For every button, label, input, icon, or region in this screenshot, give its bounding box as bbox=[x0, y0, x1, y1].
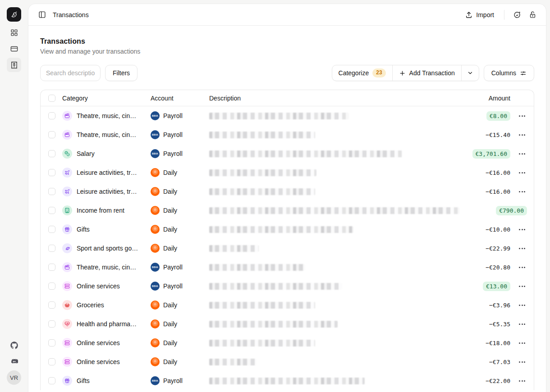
amount-cell: €3,701.60 bbox=[443, 149, 510, 159]
account-label: Daily bbox=[163, 320, 177, 328]
actions-cell bbox=[510, 302, 534, 309]
account-label: Daily bbox=[163, 339, 177, 346]
row-checkbox-cell bbox=[41, 339, 62, 346]
row-checkbox[interactable] bbox=[48, 245, 55, 252]
description-cell bbox=[209, 283, 443, 290]
amount-value: −€16.00 bbox=[486, 169, 510, 176]
row-checkbox[interactable] bbox=[48, 339, 55, 346]
row-checkbox[interactable] bbox=[48, 320, 55, 328]
row-checkbox[interactable] bbox=[48, 188, 55, 195]
sidebar-item-accounts[interactable] bbox=[7, 41, 21, 56]
description-cell bbox=[209, 264, 443, 271]
table-row[interactable]: Gifts Daily −€10.00 bbox=[41, 220, 534, 239]
row-checkbox-cell bbox=[41, 169, 62, 176]
description-cell bbox=[209, 207, 459, 214]
row-more-button[interactable] bbox=[516, 321, 528, 328]
table-row[interactable]: Groceries Daily −€3.96 bbox=[41, 296, 534, 315]
toggle-sidebar-button[interactable] bbox=[36, 9, 48, 21]
row-more-button[interactable] bbox=[533, 207, 534, 214]
sidebar-item-dashboard[interactable] bbox=[7, 25, 21, 40]
row-checkbox[interactable] bbox=[48, 226, 55, 233]
ai-assistant-button[interactable] bbox=[511, 9, 523, 21]
row-more-button[interactable] bbox=[516, 188, 528, 195]
column-header-category: Category bbox=[62, 95, 151, 102]
row-checkbox[interactable] bbox=[48, 283, 55, 290]
table-row[interactable]: Theatre, music, cin… BBVA Payroll −€15.4… bbox=[41, 125, 534, 144]
row-checkbox[interactable] bbox=[48, 358, 55, 365]
table-row[interactable]: Leisure activities, tr… Daily −€16.00 bbox=[41, 163, 534, 182]
description-cell bbox=[209, 302, 443, 309]
row-checkbox[interactable] bbox=[48, 377, 55, 384]
discord-icon bbox=[10, 358, 18, 365]
category-label: Sport and sports go… bbox=[77, 245, 138, 252]
category-cell: Theatre, music, cin… bbox=[62, 262, 151, 272]
redacted-description bbox=[209, 169, 316, 176]
row-checkbox[interactable] bbox=[48, 301, 55, 309]
select-all-checkbox[interactable] bbox=[48, 95, 55, 102]
category-label: Theatre, music, cin… bbox=[77, 112, 136, 119]
row-checkbox[interactable] bbox=[48, 150, 55, 157]
row-more-button[interactable] bbox=[516, 340, 528, 346]
gift-icon bbox=[62, 224, 72, 234]
sidebar-item-transactions[interactable] bbox=[7, 58, 21, 72]
ing-logo bbox=[151, 319, 160, 328]
row-more-button[interactable] bbox=[516, 245, 528, 252]
user-avatar[interactable]: VR bbox=[7, 370, 21, 385]
row-more-button[interactable] bbox=[516, 132, 528, 138]
table-row[interactable]: Online services Daily −€18.00 bbox=[41, 333, 534, 352]
row-more-button[interactable] bbox=[516, 302, 528, 309]
table-row[interactable]: Online services Daily −€7.03 bbox=[41, 352, 534, 371]
add-transaction-button[interactable]: Add Transaction bbox=[392, 65, 461, 81]
table-row[interactable]: Theatre, music, cin… BBVA Payroll €8.00 bbox=[41, 106, 534, 125]
row-more-button[interactable] bbox=[516, 264, 528, 271]
actions-cell bbox=[510, 245, 534, 252]
search-input[interactable] bbox=[40, 65, 101, 81]
table-row[interactable]: Salary BBVA Payroll €3,701.60 bbox=[41, 144, 534, 163]
lock-button[interactable] bbox=[526, 9, 539, 21]
plus-icon bbox=[399, 70, 406, 77]
amount-value: −€22.99 bbox=[486, 245, 510, 252]
row-more-button[interactable] bbox=[516, 226, 528, 233]
chevron-down-icon bbox=[467, 70, 473, 76]
categorize-button[interactable]: Categorize 23 bbox=[332, 65, 392, 81]
category-cell: Gifts bbox=[62, 224, 151, 234]
columns-button[interactable]: Columns bbox=[484, 65, 534, 81]
account-label: Daily bbox=[163, 358, 177, 365]
row-more-button[interactable] bbox=[516, 150, 528, 157]
account-cell: Daily bbox=[151, 168, 209, 177]
row-more-button[interactable] bbox=[516, 283, 528, 290]
table-row[interactable]: Theatre, music, cin… BBVA Payroll −€20.8… bbox=[41, 258, 534, 277]
account-cell: Daily bbox=[151, 301, 209, 310]
category-cell: Online services bbox=[62, 338, 151, 348]
row-more-button[interactable] bbox=[516, 359, 528, 365]
import-button[interactable]: Import bbox=[462, 9, 498, 21]
row-checkbox[interactable] bbox=[48, 264, 55, 271]
table-row[interactable]: Health and pharma… Daily −€5.35 bbox=[41, 315, 534, 333]
ing-logo bbox=[151, 338, 160, 347]
row-checkbox[interactable] bbox=[48, 207, 55, 214]
table-body: Theatre, music, cin… BBVA Payroll €8.00 … bbox=[41, 106, 534, 390]
row-checkbox[interactable] bbox=[48, 169, 55, 176]
amount-value: −€5.35 bbox=[489, 321, 510, 328]
row-more-button[interactable] bbox=[516, 169, 528, 176]
description-cell bbox=[209, 245, 443, 252]
description-cell bbox=[209, 113, 443, 119]
amount-cell: −€16.00 bbox=[443, 188, 510, 195]
ing-logo bbox=[151, 206, 160, 215]
row-more-button[interactable] bbox=[516, 378, 528, 384]
row-checkbox[interactable] bbox=[48, 131, 55, 138]
table-row[interactable]: Income from rent Daily €790.00 bbox=[41, 201, 534, 220]
table-row[interactable]: Gifts BBVA Payroll −€22.00 bbox=[41, 371, 534, 390]
github-link[interactable] bbox=[7, 338, 21, 352]
table-row[interactable]: Online services BBVA Payroll €13.00 bbox=[41, 277, 534, 296]
app-logo[interactable] bbox=[7, 7, 21, 22]
discord-link[interactable] bbox=[7, 354, 21, 369]
filters-button[interactable]: Filters bbox=[105, 65, 138, 81]
table-row[interactable]: Sport and sports go… Daily −€22.99 bbox=[41, 239, 534, 258]
redacted-description bbox=[209, 378, 365, 384]
row-checkbox[interactable] bbox=[48, 112, 55, 119]
actions-cell bbox=[510, 340, 534, 346]
row-more-button[interactable] bbox=[516, 113, 528, 119]
add-transaction-dropdown-button[interactable] bbox=[461, 65, 479, 81]
table-row[interactable]: Leisure activities, tr… Daily −€16.00 bbox=[41, 182, 534, 201]
